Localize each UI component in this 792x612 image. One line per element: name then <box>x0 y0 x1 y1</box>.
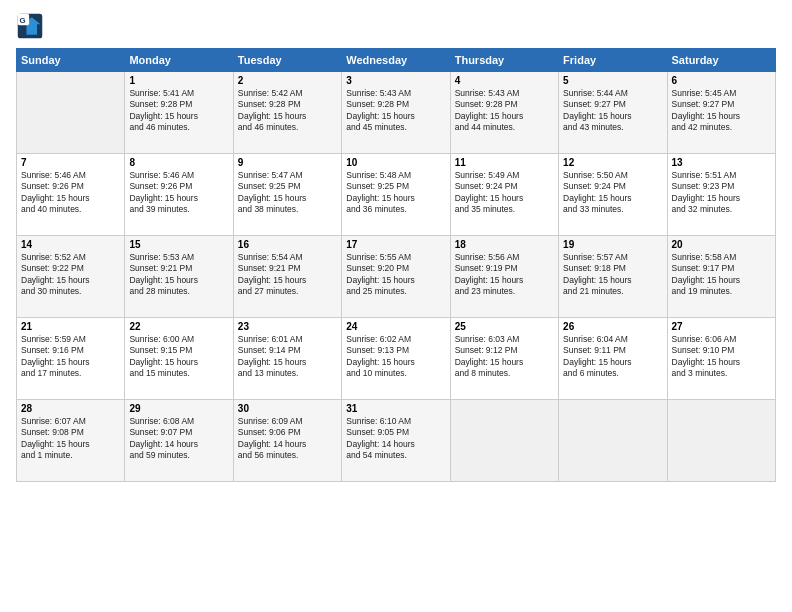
day-info: Sunrise: 5:53 AM Sunset: 9:21 PM Dayligh… <box>129 252 228 298</box>
day-info: Sunrise: 6:01 AM Sunset: 9:14 PM Dayligh… <box>238 334 337 380</box>
weekday-header-saturday: Saturday <box>667 49 775 72</box>
calendar-cell: 15Sunrise: 5:53 AM Sunset: 9:21 PM Dayli… <box>125 236 233 318</box>
calendar-cell: 3Sunrise: 5:43 AM Sunset: 9:28 PM Daylig… <box>342 72 450 154</box>
calendar-cell: 6Sunrise: 5:45 AM Sunset: 9:27 PM Daylig… <box>667 72 775 154</box>
calendar-week-row: 28Sunrise: 6:07 AM Sunset: 9:08 PM Dayli… <box>17 400 776 482</box>
day-number: 13 <box>672 157 771 168</box>
day-info: Sunrise: 5:55 AM Sunset: 9:20 PM Dayligh… <box>346 252 445 298</box>
day-number: 6 <box>672 75 771 86</box>
calendar-cell: 22Sunrise: 6:00 AM Sunset: 9:15 PM Dayli… <box>125 318 233 400</box>
day-number: 5 <box>563 75 662 86</box>
day-number: 9 <box>238 157 337 168</box>
day-info: Sunrise: 6:02 AM Sunset: 9:13 PM Dayligh… <box>346 334 445 380</box>
calendar-cell: 2Sunrise: 5:42 AM Sunset: 9:28 PM Daylig… <box>233 72 341 154</box>
calendar-cell: 5Sunrise: 5:44 AM Sunset: 9:27 PM Daylig… <box>559 72 667 154</box>
calendar-week-row: 7Sunrise: 5:46 AM Sunset: 9:26 PM Daylig… <box>17 154 776 236</box>
day-number: 17 <box>346 239 445 250</box>
header: G <box>16 12 776 40</box>
calendar-cell <box>17 72 125 154</box>
calendar-cell: 9Sunrise: 5:47 AM Sunset: 9:25 PM Daylig… <box>233 154 341 236</box>
day-info: Sunrise: 5:51 AM Sunset: 9:23 PM Dayligh… <box>672 170 771 216</box>
day-info: Sunrise: 5:52 AM Sunset: 9:22 PM Dayligh… <box>21 252 120 298</box>
day-info: Sunrise: 5:48 AM Sunset: 9:25 PM Dayligh… <box>346 170 445 216</box>
day-info: Sunrise: 6:06 AM Sunset: 9:10 PM Dayligh… <box>672 334 771 380</box>
calendar-cell: 28Sunrise: 6:07 AM Sunset: 9:08 PM Dayli… <box>17 400 125 482</box>
calendar-cell: 18Sunrise: 5:56 AM Sunset: 9:19 PM Dayli… <box>450 236 558 318</box>
day-info: Sunrise: 6:10 AM Sunset: 9:05 PM Dayligh… <box>346 416 445 462</box>
weekday-header-wednesday: Wednesday <box>342 49 450 72</box>
calendar-cell: 7Sunrise: 5:46 AM Sunset: 9:26 PM Daylig… <box>17 154 125 236</box>
calendar-week-row: 14Sunrise: 5:52 AM Sunset: 9:22 PM Dayli… <box>17 236 776 318</box>
calendar-cell: 17Sunrise: 5:55 AM Sunset: 9:20 PM Dayli… <box>342 236 450 318</box>
calendar-cell: 30Sunrise: 6:09 AM Sunset: 9:06 PM Dayli… <box>233 400 341 482</box>
day-info: Sunrise: 5:41 AM Sunset: 9:28 PM Dayligh… <box>129 88 228 134</box>
calendar-cell: 24Sunrise: 6:02 AM Sunset: 9:13 PM Dayli… <box>342 318 450 400</box>
day-number: 18 <box>455 239 554 250</box>
calendar-cell: 14Sunrise: 5:52 AM Sunset: 9:22 PM Dayli… <box>17 236 125 318</box>
calendar-header-row: SundayMondayTuesdayWednesdayThursdayFrid… <box>17 49 776 72</box>
day-number: 26 <box>563 321 662 332</box>
calendar-cell: 10Sunrise: 5:48 AM Sunset: 9:25 PM Dayli… <box>342 154 450 236</box>
day-info: Sunrise: 5:58 AM Sunset: 9:17 PM Dayligh… <box>672 252 771 298</box>
day-number: 22 <box>129 321 228 332</box>
day-info: Sunrise: 5:43 AM Sunset: 9:28 PM Dayligh… <box>455 88 554 134</box>
day-info: Sunrise: 6:07 AM Sunset: 9:08 PM Dayligh… <box>21 416 120 462</box>
day-info: Sunrise: 6:08 AM Sunset: 9:07 PM Dayligh… <box>129 416 228 462</box>
day-info: Sunrise: 5:56 AM Sunset: 9:19 PM Dayligh… <box>455 252 554 298</box>
day-number: 30 <box>238 403 337 414</box>
calendar-cell: 19Sunrise: 5:57 AM Sunset: 9:18 PM Dayli… <box>559 236 667 318</box>
day-info: Sunrise: 6:04 AM Sunset: 9:11 PM Dayligh… <box>563 334 662 380</box>
calendar-cell: 26Sunrise: 6:04 AM Sunset: 9:11 PM Dayli… <box>559 318 667 400</box>
day-number: 8 <box>129 157 228 168</box>
day-number: 4 <box>455 75 554 86</box>
calendar-cell: 21Sunrise: 5:59 AM Sunset: 9:16 PM Dayli… <box>17 318 125 400</box>
calendar-cell: 11Sunrise: 5:49 AM Sunset: 9:24 PM Dayli… <box>450 154 558 236</box>
calendar-cell: 1Sunrise: 5:41 AM Sunset: 9:28 PM Daylig… <box>125 72 233 154</box>
day-info: Sunrise: 5:50 AM Sunset: 9:24 PM Dayligh… <box>563 170 662 216</box>
day-number: 16 <box>238 239 337 250</box>
day-number: 7 <box>21 157 120 168</box>
day-number: 28 <box>21 403 120 414</box>
day-number: 14 <box>21 239 120 250</box>
calendar-cell <box>450 400 558 482</box>
calendar-cell: 13Sunrise: 5:51 AM Sunset: 9:23 PM Dayli… <box>667 154 775 236</box>
day-info: Sunrise: 6:09 AM Sunset: 9:06 PM Dayligh… <box>238 416 337 462</box>
calendar-cell <box>667 400 775 482</box>
day-number: 1 <box>129 75 228 86</box>
day-info: Sunrise: 5:47 AM Sunset: 9:25 PM Dayligh… <box>238 170 337 216</box>
day-number: 10 <box>346 157 445 168</box>
calendar-cell: 23Sunrise: 6:01 AM Sunset: 9:14 PM Dayli… <box>233 318 341 400</box>
calendar-cell: 29Sunrise: 6:08 AM Sunset: 9:07 PM Dayli… <box>125 400 233 482</box>
logo-icon: G <box>16 12 44 40</box>
weekday-header-friday: Friday <box>559 49 667 72</box>
calendar-cell: 16Sunrise: 5:54 AM Sunset: 9:21 PM Dayli… <box>233 236 341 318</box>
day-number: 12 <box>563 157 662 168</box>
day-number: 20 <box>672 239 771 250</box>
day-info: Sunrise: 5:44 AM Sunset: 9:27 PM Dayligh… <box>563 88 662 134</box>
day-info: Sunrise: 5:59 AM Sunset: 9:16 PM Dayligh… <box>21 334 120 380</box>
weekday-header-tuesday: Tuesday <box>233 49 341 72</box>
calendar-cell: 8Sunrise: 5:46 AM Sunset: 9:26 PM Daylig… <box>125 154 233 236</box>
calendar-cell: 25Sunrise: 6:03 AM Sunset: 9:12 PM Dayli… <box>450 318 558 400</box>
calendar-cell: 12Sunrise: 5:50 AM Sunset: 9:24 PM Dayli… <box>559 154 667 236</box>
calendar-cell <box>559 400 667 482</box>
day-number: 21 <box>21 321 120 332</box>
svg-text:G: G <box>20 16 26 25</box>
calendar-cell: 20Sunrise: 5:58 AM Sunset: 9:17 PM Dayli… <box>667 236 775 318</box>
weekday-header-monday: Monday <box>125 49 233 72</box>
day-info: Sunrise: 5:45 AM Sunset: 9:27 PM Dayligh… <box>672 88 771 134</box>
day-info: Sunrise: 5:57 AM Sunset: 9:18 PM Dayligh… <box>563 252 662 298</box>
day-info: Sunrise: 5:49 AM Sunset: 9:24 PM Dayligh… <box>455 170 554 216</box>
day-number: 25 <box>455 321 554 332</box>
page-container: G SundayMondayTuesdayWednesdayThursdayFr… <box>0 0 792 490</box>
day-info: Sunrise: 5:46 AM Sunset: 9:26 PM Dayligh… <box>21 170 120 216</box>
day-info: Sunrise: 5:46 AM Sunset: 9:26 PM Dayligh… <box>129 170 228 216</box>
calendar-week-row: 21Sunrise: 5:59 AM Sunset: 9:16 PM Dayli… <box>17 318 776 400</box>
day-info: Sunrise: 6:00 AM Sunset: 9:15 PM Dayligh… <box>129 334 228 380</box>
calendar-week-row: 1Sunrise: 5:41 AM Sunset: 9:28 PM Daylig… <box>17 72 776 154</box>
day-number: 31 <box>346 403 445 414</box>
day-number: 24 <box>346 321 445 332</box>
day-number: 15 <box>129 239 228 250</box>
day-number: 11 <box>455 157 554 168</box>
day-number: 2 <box>238 75 337 86</box>
